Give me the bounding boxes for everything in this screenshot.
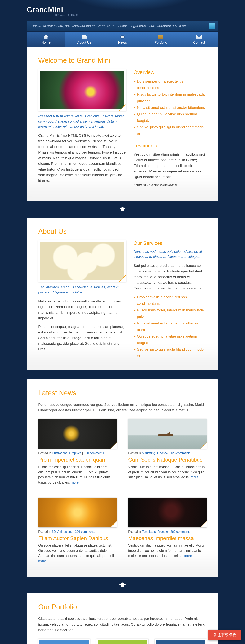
comments-link[interactable]: 206 comments	[75, 530, 95, 533]
testimonial-text: Vestibulum vitae diam primis in faucibus…	[134, 152, 207, 180]
comments-link[interactable]: 260 comments	[170, 530, 190, 533]
more-link[interactable]: more...	[71, 480, 82, 484]
news-heading[interactable]: Maecenas imperdiet massa	[128, 535, 207, 542]
nav-about[interactable]: About Us	[65, 32, 103, 47]
logo-text-a: Grand	[27, 6, 48, 14]
twitter-icon[interactable]	[209, 23, 215, 29]
briefcase-icon	[158, 35, 164, 40]
site-header: GrandMini Free CSS Templates	[27, 0, 218, 21]
category-link[interactable]: Illustrations, Graphics	[52, 452, 81, 455]
news-image[interactable]	[38, 419, 117, 448]
list-item: Nulla sit amet est sit amet nisi ultrici…	[134, 320, 207, 333]
news-item: Posted in Templates, Freebie | 260 comme…	[128, 498, 207, 567]
rose-image	[38, 69, 126, 111]
portfolio-title: Our Portfolio	[38, 603, 207, 611]
logo-text-b: Mini	[48, 6, 63, 14]
portfolio-section: Our Portfolio Class aptent taciti socios…	[27, 594, 218, 644]
scroll-top-button[interactable]	[27, 582, 218, 588]
about-section: About Us Sed interdum, erat quis sceleri…	[27, 218, 218, 370]
news-meta: Posted in Marketing, Finance | 126 comme…	[128, 451, 207, 456]
list-item: Quisque eget nulla vitae nibh pretium fe…	[134, 333, 207, 346]
nav-label: Contact	[193, 40, 205, 44]
home-paragraph: Grand Mini is free HTML CSS template ava…	[38, 133, 126, 184]
mail-icon	[196, 35, 202, 40]
news-item: Posted in Marketing, Finance | 126 comme…	[128, 419, 207, 488]
portfolio-item[interactable]	[155, 639, 206, 644]
news-section: Latest News Pellentesque congue commodo …	[27, 380, 218, 577]
logo-subtitle: Free CSS Templates	[54, 13, 218, 16]
list-item: Cras convallis eleifend nisi non condime…	[134, 294, 207, 307]
news-image[interactable]	[128, 498, 207, 527]
tagline-bar: "Nullam at erat ipsum, quis tincidunt ma…	[27, 21, 218, 31]
services-list: Cras convallis eleifend nisi non condime…	[134, 294, 207, 359]
list-item: Risus luctus tortor, interdum in malesua…	[134, 91, 207, 104]
news-image[interactable]	[128, 419, 207, 448]
news-title: Latest News	[38, 389, 207, 397]
gear-icon	[120, 35, 125, 40]
news-body: Quisque placerat felis habitasse platea …	[38, 543, 117, 564]
news-meta: Posted in 3D, Animations | 206 comments	[38, 530, 117, 534]
category-link[interactable]: 3D, Animations	[52, 530, 72, 533]
list-item: Quisque eget nulla vitae nibh pretium fe…	[134, 111, 207, 124]
popcorn-image	[38, 240, 126, 282]
scroll-top-button[interactable]	[27, 207, 218, 212]
portfolio-item[interactable]	[38, 639, 90, 644]
logo[interactable]: GrandMini	[27, 6, 63, 14]
about-title: About Us	[38, 228, 207, 236]
list-item: Sed vel justo quis ligula blandit commod…	[134, 346, 207, 359]
home-icon	[43, 35, 48, 40]
list-item: Nulla sit amet est sit nisi auctor biben…	[134, 104, 207, 111]
nav-label: About Us	[77, 40, 91, 44]
category-link[interactable]: Templates, Freebie	[142, 530, 168, 533]
services-caption: Nunc euismod metus quis dolor adipiscing…	[134, 249, 207, 260]
download-template-button[interactable]: 前往下载模板	[208, 630, 241, 640]
news-body: Vestibulum diam aliquet lacinia mi vitae…	[128, 543, 207, 558]
news-item: Posted in Illustrations, Graphics | 180 …	[38, 419, 117, 488]
nav-portfolio[interactable]: Portfolio	[142, 32, 180, 47]
nav-home[interactable]: Home	[27, 32, 65, 47]
list-item: Duis semper urna eget tellus condimentum…	[134, 78, 207, 91]
comments-link[interactable]: 126 comments	[170, 452, 190, 455]
list-item: Sed vel justo quis ligula blandit commod…	[134, 124, 207, 137]
about-caption: Sed interdum, erat quis scelerisque soda…	[38, 285, 126, 295]
portfolio-intro: Class aptent taciti sociosqu ad litora t…	[38, 616, 207, 633]
nav-label: Home	[41, 40, 50, 44]
portfolio-item[interactable]	[96, 639, 148, 644]
nav-news[interactable]: News	[103, 32, 142, 47]
more-link[interactable]: more...	[184, 554, 195, 558]
home-section: Welcome to Grand Mini Praesent rutrum au…	[27, 47, 218, 202]
news-image[interactable]	[38, 498, 117, 527]
overview-list: Duis semper urna eget tellus condimentum…	[134, 78, 207, 137]
home-caption: Praesent rutrum augue vel felis vehicula…	[38, 114, 126, 129]
services-paragraph: Sed pellentesque odio ac metus luctus ac…	[134, 263, 207, 291]
home-title: Welcome to Grand Mini	[38, 56, 207, 64]
chevron-up-icon	[119, 582, 126, 586]
user-icon	[82, 35, 87, 40]
news-item: Posted in 3D, Animations | 206 comments …	[38, 498, 117, 567]
testimonial-author: Edward - Senior Webmaster	[134, 183, 207, 188]
news-heading[interactable]: Cum Sociis Natoque Penatibus	[128, 457, 207, 463]
more-link[interactable]: more...	[190, 475, 201, 479]
news-heading[interactable]: Proin imperdiet sapien quam	[38, 457, 117, 463]
news-body: Vestibulum in quam massa. Fusce euismod …	[128, 464, 207, 480]
about-p1: Nulla est eros, lobortis convallis sagit…	[38, 298, 126, 321]
nav-contact[interactable]: Contact	[180, 32, 218, 47]
overview-title: Overview	[134, 69, 207, 75]
comments-link[interactable]: 180 comments	[84, 452, 104, 455]
more-link[interactable]: more...	[38, 559, 49, 563]
news-heading[interactable]: Etiam Auctor Sapien Dapibus	[38, 535, 117, 542]
nav-label: Portfolio	[154, 40, 167, 44]
news-intro: Pellentesque congue commodo congue. Sed …	[38, 402, 207, 413]
category-link[interactable]: Marketing, Finance	[142, 452, 168, 455]
news-meta: Posted in Templates, Freebie | 260 comme…	[128, 530, 207, 534]
testimonial-title: Testimonial	[134, 143, 207, 149]
about-p2: Pusce consequat, magna tempor accumsan p…	[38, 324, 126, 352]
tagline-text: "Nullam at erat ipsum, quis tincidunt ma…	[30, 24, 192, 28]
chevron-up-icon	[119, 207, 126, 211]
list-item: Pusce risus tortor, interdum in malesuad…	[134, 307, 207, 320]
services-title: Our Services	[134, 240, 207, 246]
news-body: Fusce molestie ligula tortor. Phasellus …	[38, 464, 117, 485]
news-meta: Posted in Illustrations, Graphics | 180 …	[38, 451, 117, 456]
nav-label: News	[118, 40, 127, 44]
main-menu: Home About Us News Portfolio Contact	[27, 32, 218, 47]
